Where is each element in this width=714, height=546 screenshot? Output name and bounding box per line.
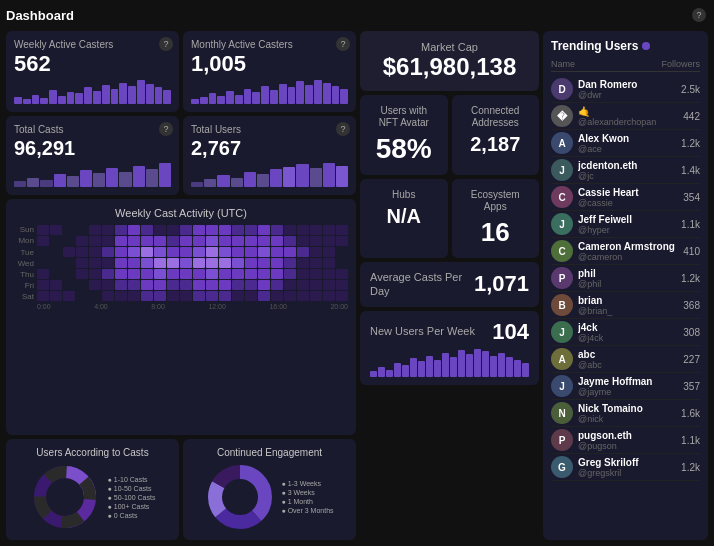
mbar-13 xyxy=(296,81,304,104)
nubar-4 xyxy=(394,363,401,377)
list-item[interactable]: �🤙@alexanderchopan442 xyxy=(551,103,700,130)
info-icon[interactable]: ? xyxy=(159,37,173,51)
dashboard: Dashboard ? Weekly Active Casters 562 xyxy=(0,0,714,546)
heatmap-cell-3-19 xyxy=(284,258,296,268)
heatmap-cell-5-17 xyxy=(258,280,270,290)
heatmap-cell-3-12 xyxy=(193,258,205,268)
user-name: Nick Tomaino xyxy=(578,403,676,414)
heatmap-cell-4-7 xyxy=(128,269,140,279)
heatmap-cell-6-20 xyxy=(297,291,309,301)
total-casts-card: ? Total Casts 96,291 xyxy=(6,116,179,195)
nubar-2 xyxy=(378,367,385,377)
heatmap-title: Weekly Cast Activity (UTC) xyxy=(14,207,348,219)
heatmap-cell-3-2 xyxy=(63,258,75,268)
list-item[interactable]: CCassie Heart@cassie354 xyxy=(551,184,700,211)
heatmap-cell-3-1 xyxy=(50,258,62,268)
list-item[interactable]: Jj4ck@j4ck308 xyxy=(551,319,700,346)
heatmap-cell-6-11 xyxy=(180,291,192,301)
heatmap-cell-5-2 xyxy=(63,280,75,290)
list-item[interactable]: NNick Tomaino@nick1.6k xyxy=(551,400,700,427)
heatmap-col-19 xyxy=(284,225,296,301)
list-item[interactable]: Aabc@abc227 xyxy=(551,346,700,373)
list-item[interactable]: GGreg Skriloff@gregskril1.2k xyxy=(551,454,700,481)
avatar: C xyxy=(551,240,573,262)
list-item[interactable]: Pphil@phil1.2k xyxy=(551,265,700,292)
heatmap-cell-4-3 xyxy=(76,269,88,279)
user-handle: @j4ck xyxy=(578,333,678,343)
heatmap-cell-6-1 xyxy=(50,291,62,301)
heatmap-cell-5-12 xyxy=(193,280,205,290)
heatmap-cell-5-3 xyxy=(76,280,88,290)
time-20: 20:00 xyxy=(330,303,348,310)
nubar-16 xyxy=(490,356,497,377)
legend-100plus: ● 100+ Casts xyxy=(108,503,156,510)
heatmap-cell-0-22 xyxy=(323,225,335,235)
bar-16 xyxy=(146,84,154,104)
heatmap-cell-6-5 xyxy=(102,291,114,301)
list-item[interactable]: Jjcdenton.eth@jc1.4k xyxy=(551,157,700,184)
user-info: Jayme Hoffman@jayme xyxy=(578,376,678,397)
mbar-8 xyxy=(252,92,260,104)
user-handle: @jc xyxy=(578,171,676,181)
heatmap-cell-4-16 xyxy=(245,269,257,279)
info-icon-2[interactable]: ? xyxy=(336,37,350,51)
user-info: abc@abc xyxy=(578,349,678,370)
tcbar-7 xyxy=(93,173,105,187)
nubar-9 xyxy=(434,360,441,377)
total-users-chart xyxy=(191,163,348,187)
heatmap-cell-2-21 xyxy=(310,247,322,257)
list-item[interactable]: JJayme Hoffman@jayme357 xyxy=(551,373,700,400)
user-handle: @abc xyxy=(578,360,678,370)
total-casts-value: 96,291 xyxy=(14,137,171,159)
user-info: Jeff Feiwell@hyper xyxy=(578,214,676,235)
list-item[interactable]: Ppugson.eth@pugson1.1k xyxy=(551,427,700,454)
heatmap-cell-2-4 xyxy=(89,247,101,257)
heatmap-cell-0-10 xyxy=(167,225,179,235)
heatmap-cell-4-14 xyxy=(219,269,231,279)
heatmap-cell-4-12 xyxy=(193,269,205,279)
heatmap-col-16 xyxy=(245,225,257,301)
heatmap-cell-4-9 xyxy=(154,269,166,279)
monthly-active-casters-value: 1,005 xyxy=(191,52,348,76)
top-stats-row: ? Weekly Active Casters 562 xyxy=(6,31,356,112)
heatmap-cell-2-1 xyxy=(50,247,62,257)
avatar: P xyxy=(551,429,573,451)
user-info: Cassie Heart@cassie xyxy=(578,187,678,208)
list-item[interactable]: AAlex Kwon@ace1.2k xyxy=(551,130,700,157)
time-4: 4:00 xyxy=(94,303,108,310)
bar-10 xyxy=(93,91,101,104)
heatmap-cell-6-17 xyxy=(258,291,270,301)
heatmap-cell-2-19 xyxy=(284,247,296,257)
heatmap-cell-1-17 xyxy=(258,236,270,246)
nubar-7 xyxy=(418,361,425,376)
day-sat: Sat xyxy=(14,292,34,301)
heatmap-cell-0-3 xyxy=(76,225,88,235)
heatmap-cell-3-7 xyxy=(128,258,140,268)
tubar-5 xyxy=(244,172,256,188)
user-followers: 227 xyxy=(683,354,700,365)
nubar-10 xyxy=(442,353,449,377)
market-cap-value: $61,980,138 xyxy=(370,53,529,81)
mbar-18 xyxy=(340,89,348,105)
engagement-donut-chart xyxy=(205,462,275,532)
heatmap-cell-1-0 xyxy=(37,236,49,246)
tcbar-9 xyxy=(119,172,131,188)
list-item[interactable]: Bbrian@brian_368 xyxy=(551,292,700,319)
list-item[interactable]: JJeff Feiwell@hyper1.1k xyxy=(551,211,700,238)
engagement-legend: ● 1-3 Weeks ● 3 Weeks ● 1 Month ● Over 3… xyxy=(281,480,333,514)
day-wed: Wed xyxy=(14,259,34,268)
list-item[interactable]: DDan Romero@dwr2.5k xyxy=(551,76,700,103)
col-followers: Followers xyxy=(661,59,700,69)
left-column: ? Weekly Active Casters 562 xyxy=(6,31,356,540)
heatmap-cell-2-5 xyxy=(102,247,114,257)
heatmap-cell-0-4 xyxy=(89,225,101,235)
new-users-card: New Users Per Week 104 xyxy=(360,311,539,385)
user-handle: @gregskril xyxy=(578,468,676,478)
list-item[interactable]: CCameron Armstrong@cameron410 xyxy=(551,238,700,265)
avatar: P xyxy=(551,267,573,289)
user-handle: @nick xyxy=(578,414,676,424)
mbar-6 xyxy=(235,95,243,105)
heatmap-col-18 xyxy=(271,225,283,301)
heatmap-cell-6-21 xyxy=(310,291,322,301)
heatmap-cell-2-14 xyxy=(219,247,231,257)
